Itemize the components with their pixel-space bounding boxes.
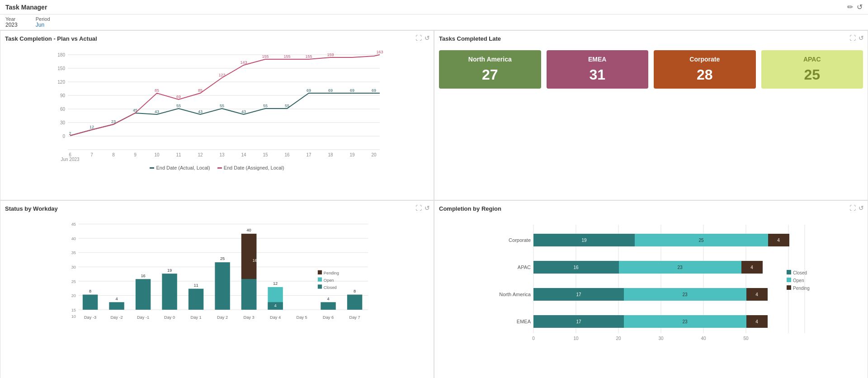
svg-text:11: 11	[193, 283, 198, 288]
svg-text:14: 14	[241, 152, 246, 157]
svg-text:20: 20	[371, 152, 377, 157]
year-value: 2023	[5, 22, 18, 28]
svg-text:23: 23	[677, 265, 683, 270]
svg-text:69: 69	[350, 88, 354, 93]
expand-icon2[interactable]: ⛶	[849, 34, 856, 42]
svg-text:25: 25	[220, 256, 225, 261]
svg-text:155: 155	[305, 54, 312, 59]
svg-text:85: 85	[155, 88, 159, 93]
svg-text:12: 12	[198, 152, 203, 157]
svg-text:Pending: Pending	[793, 286, 810, 291]
svg-text:155: 155	[262, 54, 269, 59]
status-workday-panel: Status by Workday ⛶ ↺ 45 40 35 30 25	[0, 200, 434, 378]
svg-text:13: 13	[219, 152, 225, 157]
svg-text:0: 0	[532, 336, 535, 341]
line-chart-legend: End Date (Actual, Local) End Date (Assig…	[5, 165, 429, 170]
svg-text:17: 17	[576, 292, 581, 297]
status-workday-title: Status by Workday	[5, 205, 429, 212]
svg-rect-159	[787, 285, 791, 290]
svg-text:40: 40	[701, 336, 706, 341]
svg-text:2: 2	[69, 131, 71, 136]
svg-text:69: 69	[372, 88, 376, 93]
svg-text:20: 20	[616, 336, 621, 341]
svg-text:10: 10	[154, 152, 160, 157]
year-filter[interactable]: Year 2023	[5, 16, 18, 28]
svg-rect-101	[321, 302, 335, 310]
svg-text:12: 12	[90, 125, 94, 129]
svg-text:8: 8	[354, 289, 356, 293]
expand-icon[interactable]: ⛶	[415, 34, 422, 42]
refresh-icon4[interactable]: ↺	[425, 204, 430, 212]
svg-rect-157	[787, 278, 791, 282]
svg-text:16: 16	[284, 152, 290, 157]
corporate-card: Corporate 28	[654, 50, 756, 89]
header-icons: ✏ ↺	[847, 3, 863, 11]
svg-text:19: 19	[167, 268, 172, 273]
svg-text:Day 6: Day 6	[323, 315, 334, 320]
task-completion-chart: 180 150 120 90 60 30 0 6 Jun 2023 7 8 9 …	[5, 46, 429, 163]
svg-text:Day -2: Day -2	[110, 315, 123, 320]
apac-name: APAC	[765, 56, 860, 63]
expand-icon4[interactable]: ⛶	[849, 204, 856, 212]
svg-text:25: 25	[698, 238, 704, 243]
svg-rect-109	[318, 278, 322, 282]
north-america-name: North America	[443, 56, 538, 63]
svg-text:19: 19	[349, 152, 355, 157]
svg-text:69: 69	[328, 88, 333, 93]
tasks-late-panel-icons: ⛶ ↺	[849, 34, 864, 42]
svg-text:15: 15	[71, 308, 76, 312]
svg-text:120: 120	[57, 80, 65, 85]
svg-text:155: 155	[283, 54, 290, 59]
refresh-icon3[interactable]: ↺	[859, 34, 864, 42]
svg-text:55: 55	[176, 104, 181, 108]
svg-text:30: 30	[60, 120, 66, 125]
completion-region-panel: Completion by Region ⛶ ↺ 0 10 20 30	[434, 200, 868, 378]
year-label: Year	[5, 16, 18, 22]
svg-text:43: 43	[155, 109, 159, 114]
svg-text:30: 30	[71, 265, 76, 269]
svg-text:30: 30	[658, 336, 664, 341]
apac-value: 25	[765, 66, 860, 83]
period-filter[interactable]: Period Jun	[36, 16, 50, 28]
expand-icon3[interactable]: ⛶	[415, 204, 422, 212]
edit-icon[interactable]: ✏	[847, 3, 853, 11]
svg-text:Day 4: Day 4	[270, 315, 281, 320]
svg-text:45: 45	[133, 108, 137, 113]
svg-rect-90	[241, 234, 256, 279]
svg-text:Day -1: Day -1	[137, 315, 149, 320]
svg-text:EMEA: EMEA	[517, 319, 531, 324]
refresh-icon2[interactable]: ↺	[425, 34, 430, 42]
completion-region-panel-icons: ⛶ ↺	[849, 204, 864, 212]
refresh-icon[interactable]: ↺	[857, 3, 863, 11]
svg-text:90: 90	[60, 93, 66, 98]
completion-region-title: Completion by Region	[439, 205, 863, 212]
svg-rect-83	[189, 289, 203, 310]
bar-chart-svg: 45 40 35 30 25 20 15 10 8 Day -3 4 Day -…	[5, 216, 429, 333]
svg-text:4: 4	[274, 303, 276, 308]
emea-value: 31	[550, 66, 645, 83]
line-chart-svg: 180 150 120 90 60 30 0 6 Jun 2023 7 8 9 …	[5, 46, 429, 163]
filter-bar: Year 2023 Period Jun	[0, 14, 868, 30]
dashboard: Task Completion - Plan vs Actual ⛶ ↺ 180…	[0, 30, 868, 378]
svg-text:16: 16	[573, 265, 579, 270]
svg-text:Day -3: Day -3	[84, 315, 96, 320]
svg-text:North America: North America	[499, 292, 531, 297]
app-title: Task Manager	[5, 4, 47, 11]
refresh-icon5[interactable]: ↺	[859, 204, 864, 212]
svg-text:55: 55	[263, 104, 268, 108]
svg-text:20: 20	[71, 293, 76, 298]
task-completion-panel-icons: ⛶ ↺	[415, 34, 430, 42]
svg-text:180: 180	[57, 52, 65, 57]
svg-text:Closed: Closed	[793, 270, 807, 275]
svg-text:4: 4	[777, 238, 780, 243]
emea-card: EMEA 31	[547, 50, 649, 89]
svg-text:0: 0	[62, 134, 65, 139]
corporate-value: 28	[657, 66, 752, 83]
svg-text:23: 23	[682, 319, 688, 324]
svg-rect-80	[162, 274, 177, 310]
svg-text:9: 9	[134, 152, 137, 157]
region-cards-container: North America 27 EMEA 31 Corporate 28 AP…	[439, 46, 863, 93]
svg-text:60: 60	[60, 107, 66, 112]
actual-line	[70, 93, 380, 136]
svg-rect-107	[318, 270, 322, 274]
